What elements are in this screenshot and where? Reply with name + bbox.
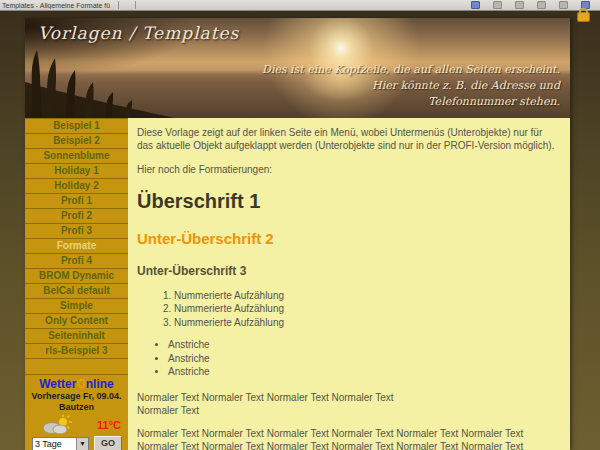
browser-titlebar: Templates - Allgemeine Formate für Texte…: [0, 0, 600, 11]
heading-1: Überschrift 1: [137, 190, 560, 213]
forecast-range-select[interactable]: 3 Tage ▼: [32, 437, 89, 450]
bullet-list-item: Anstriche: [168, 352, 560, 366]
sidebar-item-formate-active[interactable]: Formate: [25, 239, 128, 254]
navigation-menu: Beispiel 1 Beispiel 2 Sonnenblume Holida…: [25, 119, 128, 359]
tagline-line: Telefonnummer stehen.: [262, 94, 560, 110]
normal-text-line: Normaler Text: [137, 404, 560, 417]
padlock-icon: [577, 12, 590, 22]
forecast-date: Vorhersage Fr, 09.04.: [25, 391, 128, 402]
page-body: Beispiel 1 Beispiel 2 Sonnenblume Holida…: [25, 118, 570, 450]
bookmark-icon[interactable]: [471, 1, 480, 9]
sidebar-item-belcal-default[interactable]: BelCal default: [25, 284, 128, 299]
sidebar-spacer: [25, 359, 128, 374]
browser-tab-title[interactable]: Templates - Allgemeine Formate für Texte…: [0, 2, 110, 9]
settings-icon[interactable]: [559, 1, 568, 9]
intro-paragraph-2: Hier noch die Formatierungen:: [137, 163, 560, 176]
normal-text-paragraph-long: Normaler Text Normaler Text Normaler Tex…: [137, 427, 560, 450]
sidebar-item-beispiel-2[interactable]: Beispiel 2: [25, 134, 128, 149]
dune-grass-silhouette: [25, 48, 175, 118]
cloud-sun-icon: [39, 415, 73, 435]
temperature-value: 11°C: [97, 419, 121, 431]
site-container: Vorlagen / Templates Dies ist eine Kopfz…: [25, 18, 570, 450]
bullet-list-item: Anstriche: [168, 365, 560, 379]
sidebar-item-brom-dynamic[interactable]: BROM Dynamic: [25, 269, 128, 284]
sun-o-icon: O: [76, 377, 85, 391]
tagline-line: Hier könnte z. B. die Adresse und: [262, 78, 560, 94]
page-title: Vorlagen / Templates: [38, 23, 239, 43]
print-icon[interactable]: [537, 1, 546, 9]
normal-text-paragraph: Normaler Text Normaler Text Normaler Tex…: [137, 391, 560, 417]
logo-text: nline: [86, 377, 114, 391]
numbered-list-item: Nummerierte Aufzählung: [174, 316, 560, 330]
sidebar-item-simple[interactable]: Simple: [25, 299, 128, 314]
main-content: Diese Vorlage zeigt auf der linken Seite…: [128, 118, 570, 450]
sidebar-item-profi-4[interactable]: Profi 4: [25, 254, 128, 269]
site-header-image: Vorlagen / Templates Dies ist eine Kopfz…: [25, 18, 570, 118]
sidebar-item-holiday-2[interactable]: Holiday 2: [25, 179, 128, 194]
select-value: 3 Tage: [33, 439, 76, 449]
heading-3: Unter-Überschrift 3: [137, 264, 560, 278]
normal-text-line: Normaler Text Normaler Text Normaler Tex…: [137, 391, 560, 404]
bullet-list-item: Anstriche: [168, 338, 560, 352]
sidebar-item-rls-beispiel-3[interactable]: rls-Beispiel 3: [25, 344, 128, 359]
sidebar-item-beispiel-1[interactable]: Beispiel 1: [25, 119, 128, 134]
wetteronline-logo[interactable]: WetterOnline: [25, 377, 128, 391]
sidebar-item-holiday-1[interactable]: Holiday 1: [25, 164, 128, 179]
home-icon[interactable]: [515, 1, 524, 9]
weather-widget: WetterOnline Vorhersage Fr, 09.04. Bautz…: [25, 374, 128, 450]
chevron-down-icon[interactable]: ▼: [76, 438, 88, 450]
header-tagline: Dies ist eine Kopfzeile, die auf allen S…: [262, 62, 560, 110]
panels-icon[interactable]: [493, 1, 502, 9]
numbered-list: Nummerierte Aufzählung Nummerierte Aufzä…: [137, 289, 560, 330]
intro-paragraph: Diese Vorlage zeigt auf der linken Seite…: [137, 126, 560, 152]
logo-text: Wetter: [39, 377, 76, 391]
numbered-list-item: Nummerierte Aufzählung: [174, 302, 560, 316]
go-button[interactable]: GO: [94, 436, 122, 450]
tab-separator: [135, 1, 136, 9]
numbered-list-item: Nummerierte Aufzählung: [174, 289, 560, 303]
sidebar-item-sonnenblume[interactable]: Sonnenblume: [25, 149, 128, 164]
heading-2: Unter-Überschrift 2: [137, 230, 560, 247]
sidebar-item-seiteninhalt[interactable]: Seiteninhalt: [25, 329, 128, 344]
tab-separator: [118, 1, 119, 9]
tagline-line: Dies ist eine Kopfzeile, die auf allen S…: [262, 62, 560, 78]
sidebar-item-only-content[interactable]: Only Content: [25, 314, 128, 329]
sidebar-item-profi-3[interactable]: Profi 3: [25, 224, 128, 239]
sidebar-item-profi-2[interactable]: Profi 2: [25, 209, 128, 224]
sidebar-item-profi-1[interactable]: Profi 1: [25, 194, 128, 209]
sidebar-menu: Beispiel 1 Beispiel 2 Sonnenblume Holida…: [25, 118, 128, 450]
bullet-list: Anstriche Anstriche Anstriche: [137, 338, 560, 379]
forecast-city: Bautzen: [25, 402, 128, 413]
